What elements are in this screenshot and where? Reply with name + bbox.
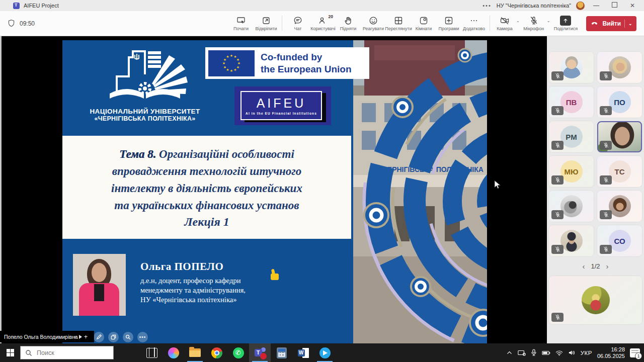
folder-icon (189, 348, 201, 357)
wifi-icon[interactable] (555, 350, 563, 356)
system-tray: УКР 16:28 06.05.2025 1 (506, 346, 644, 359)
participant-tile[interactable]: РМ (549, 121, 594, 152)
meeting-timer: 09:50 (20, 20, 35, 27)
word-button[interactable]: W (292, 343, 314, 362)
task-view-button[interactable] (141, 343, 163, 362)
teams-notification-dot (260, 353, 267, 359)
whatsapp-icon: ✆ (233, 347, 244, 358)
slide-title-line: Тема 8. Організаційні особливості (119, 146, 294, 163)
svg-text:★: ★ (222, 61, 225, 65)
participant-tile[interactable] (597, 52, 642, 83)
present-screen-icon (236, 16, 246, 26)
start-presenting-button[interactable]: Почати (228, 16, 254, 31)
participant-tile[interactable] (549, 52, 594, 83)
university-logo: НАЦІОНАЛЬНИЙ УНІВЕРСИТЕТ «ЧЕРНІГІВСЬКА П… (71, 45, 218, 122)
chrome-button[interactable] (206, 343, 227, 362)
participant-photo-avatar (560, 195, 583, 217)
eu-label-line2: the European Union (261, 63, 352, 75)
whatsapp-button[interactable]: ✆ (227, 343, 249, 362)
taskbar-search[interactable] (20, 346, 114, 359)
search-input[interactable] (36, 349, 103, 357)
view-button[interactable]: Переглянути (386, 16, 411, 31)
window-title: AIFEU Project (24, 3, 59, 9)
participant-tile[interactable]: ПО (597, 86, 642, 118)
minimize-button[interactable]: — (590, 2, 603, 9)
teams-button[interactable]: T (249, 343, 271, 362)
lecture-number: Лекція 1 (184, 215, 229, 229)
maximize-button[interactable] (608, 2, 621, 9)
participant-tile[interactable] (549, 225, 594, 256)
calculator-button[interactable] (271, 343, 292, 362)
participant-tile[interactable]: ПВ (549, 86, 594, 118)
mic-muted-icon (551, 71, 564, 80)
participant-initials-avatar: РМ (560, 126, 583, 148)
next-slide-arrow-icon[interactable] (79, 335, 82, 339)
rooms-button[interactable]: Кімнати (411, 16, 436, 31)
leave-meeting-button[interactable]: Вийти ⌄ (586, 16, 636, 31)
hangup-phone-icon (590, 19, 599, 28)
more-slide-options-button[interactable]: ••• (137, 332, 148, 342)
annotate-pen-button[interactable] (94, 332, 104, 342)
participant-tile[interactable] (549, 191, 594, 222)
titlebar-overflow-icon[interactable]: ••• (482, 3, 492, 9)
close-button[interactable]: ✕ (626, 2, 639, 9)
pager-next-icon[interactable]: › (606, 262, 609, 270)
svg-text:★: ★ (233, 68, 236, 72)
pager-previous-icon[interactable]: ‹ (582, 262, 585, 270)
microphone-button[interactable]: Мікрофон (521, 16, 547, 31)
participant-tile[interactable] (549, 276, 642, 324)
user-avatar[interactable] (576, 2, 585, 10)
word-icon: W (298, 347, 309, 358)
display-device-icon[interactable] (518, 349, 526, 356)
participant-photo-avatar (609, 195, 631, 217)
file-explorer-button[interactable] (184, 343, 206, 362)
participant-tile[interactable]: ТС (597, 156, 642, 187)
university-name-line1: НАЦІОНАЛЬНИЙ УНІВЕРСИТЕТ (71, 108, 218, 115)
language-indicator[interactable]: УКР (581, 350, 592, 356)
participant-tile[interactable]: МЮ (549, 156, 594, 187)
more-options-button[interactable]: Додатково (461, 16, 487, 31)
chat-button[interactable]: Чат (285, 16, 310, 31)
clock-date: 06.05.2025 (597, 353, 625, 359)
mic-muted-icon (551, 245, 564, 254)
apps-button[interactable]: Програми (436, 16, 461, 31)
volume-icon[interactable] (568, 349, 576, 356)
camera-button[interactable]: Камера (493, 16, 516, 31)
participants-count-badge: 20 (328, 14, 334, 19)
zoom-in-button[interactable]: + (84, 333, 88, 340)
notification-center-icon[interactable]: 1 (630, 348, 640, 357)
participant-tile[interactable] (597, 191, 642, 222)
presenter-title-line: менеджменту та адміністрування, (140, 286, 246, 295)
react-button[interactable]: Реагувати (361, 16, 386, 31)
presenter-title-line: д.е.н, доцент, професор кафедри (140, 276, 246, 286)
unpin-button[interactable]: Відкріпити (254, 16, 279, 31)
battery-icon[interactable] (542, 350, 550, 356)
zoom-out-button[interactable]: − (73, 333, 77, 340)
participant-tile[interactable]: СО (597, 225, 642, 256)
mic-muted-icon (600, 210, 612, 219)
leave-dropdown-icon[interactable]: ⌄ (624, 20, 632, 28)
search-icon (25, 349, 32, 356)
participants-button[interactable]: 20 Користувачі (310, 16, 336, 31)
teams-app-icon (13, 3, 20, 9)
mic-dropdown-icon[interactable]: ⌄ (547, 19, 550, 23)
telegram-button[interactable] (314, 343, 336, 362)
participant-video-tile[interactable] (597, 121, 642, 152)
aifeu-subtitle: AI in the EU Financial Institutions (246, 112, 317, 115)
slides-overview-button[interactable] (108, 332, 119, 342)
windows-logo-icon (7, 349, 14, 356)
share-button[interactable]: Поділитися (551, 16, 580, 31)
start-button[interactable] (0, 343, 20, 362)
raise-hand-button[interactable]: Підняти (336, 16, 361, 31)
copilot-button[interactable] (163, 343, 184, 362)
presenter-info: Ольга ПОПЕЛО д.е.н, доцент, професор каф… (140, 260, 246, 305)
mic-muted-icon (551, 106, 564, 115)
chat-icon (293, 16, 303, 26)
mic-muted-icon (600, 245, 612, 254)
tray-microphone-icon[interactable] (531, 349, 537, 356)
camera-dropdown-icon[interactable]: ⌄ (516, 19, 520, 23)
taskbar-clock[interactable]: 16:28 06.05.2025 (597, 346, 625, 359)
magnifier-button[interactable] (123, 332, 133, 342)
mic-muted-icon (551, 210, 564, 219)
tray-expand-icon[interactable] (506, 349, 513, 356)
